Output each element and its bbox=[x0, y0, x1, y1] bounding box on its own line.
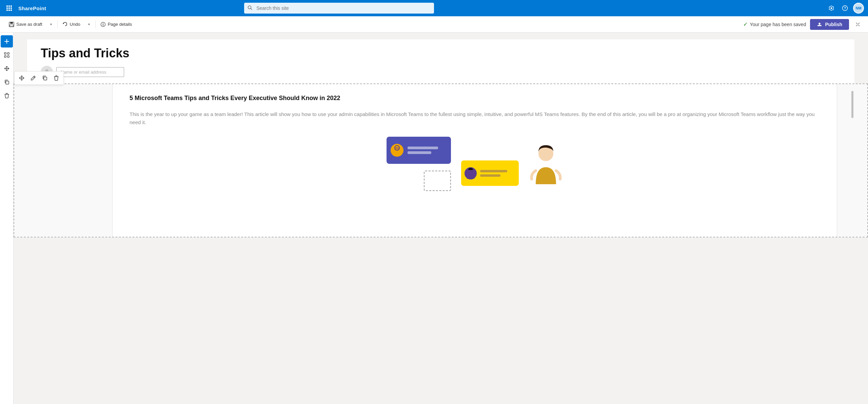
author-input[interactable] bbox=[56, 67, 124, 77]
main-content: Tips and Tricks bbox=[14, 33, 868, 404]
undo-dropdown[interactable]: ▾ bbox=[84, 20, 94, 29]
svg-rect-33 bbox=[44, 77, 47, 80]
page-details-label: Page details bbox=[108, 22, 132, 27]
waffle-icon[interactable] bbox=[4, 3, 14, 13]
publish-button[interactable]: Publish bbox=[810, 19, 849, 30]
svg-rect-1 bbox=[8, 5, 10, 7]
saved-text: Your page has been saved bbox=[750, 22, 806, 27]
saved-message: ✓ Your page has been saved bbox=[743, 21, 806, 27]
svg-point-35 bbox=[395, 146, 399, 150]
person-figure bbox=[529, 143, 563, 189]
card-yellow-line-2 bbox=[480, 174, 500, 177]
top-navigation: SharePoint ? NM bbox=[0, 0, 868, 16]
svg-rect-6 bbox=[6, 9, 8, 11]
card-yellow-lines bbox=[480, 170, 507, 177]
left-sidebar bbox=[0, 33, 14, 404]
article-body: This is the year to up your game as a te… bbox=[130, 110, 820, 127]
svg-rect-8 bbox=[11, 9, 12, 11]
save-draft-label: Save as draft bbox=[16, 22, 42, 27]
move-sidebar-button[interactable] bbox=[1, 62, 13, 75]
svg-rect-4 bbox=[8, 7, 10, 9]
svg-rect-19 bbox=[817, 25, 822, 26]
undo-group: Undo ▾ bbox=[59, 20, 94, 29]
card-purple bbox=[387, 137, 451, 164]
svg-rect-7 bbox=[8, 9, 10, 11]
card-yellow bbox=[461, 160, 519, 186]
author-row bbox=[41, 66, 841, 78]
edit-sidebar-button[interactable] bbox=[1, 49, 13, 61]
user-avatar[interactable]: NM bbox=[853, 3, 864, 14]
svg-rect-15 bbox=[10, 25, 13, 26]
card-avatar-yellow bbox=[465, 167, 477, 179]
add-webpart-button[interactable] bbox=[1, 35, 13, 47]
svg-rect-24 bbox=[4, 56, 6, 57]
nav-right-actions: ? NM bbox=[826, 3, 864, 14]
svg-line-32 bbox=[34, 77, 35, 78]
svg-line-10 bbox=[251, 8, 252, 10]
webpart-toolbar bbox=[14, 71, 64, 85]
page-details-button[interactable]: Page details bbox=[97, 20, 136, 29]
save-draft-group: Save as draft ▾ bbox=[5, 20, 56, 29]
search-input[interactable] bbox=[244, 3, 434, 14]
delete-sidebar-button[interactable] bbox=[1, 90, 13, 102]
toolbar-divider-2 bbox=[95, 20, 96, 28]
card-line-1 bbox=[408, 147, 438, 149]
svg-point-18 bbox=[103, 23, 103, 23]
svg-rect-28 bbox=[6, 81, 9, 84]
svg-rect-23 bbox=[7, 53, 9, 54]
svg-rect-14 bbox=[10, 22, 13, 24]
save-draft-dropdown[interactable]: ▾ bbox=[46, 20, 56, 29]
undo-button[interactable]: Undo bbox=[59, 20, 84, 29]
article-illustration bbox=[130, 137, 820, 191]
toolbar-right: ✓ Your page has been saved Publish bbox=[743, 19, 863, 30]
webpart-move-button[interactable] bbox=[17, 73, 27, 83]
webpart-container: 5 Microsoft Teams Tips and Tricks Every … bbox=[14, 83, 868, 237]
help-icon[interactable]: ? bbox=[840, 3, 850, 14]
toolbar-divider-1 bbox=[57, 20, 58, 28]
card-line-2 bbox=[408, 151, 431, 154]
svg-rect-2 bbox=[11, 5, 12, 7]
card-yellow-line-1 bbox=[480, 170, 507, 172]
collapse-button[interactable] bbox=[853, 20, 863, 29]
search-icon bbox=[248, 5, 252, 11]
svg-rect-3 bbox=[6, 7, 8, 9]
svg-rect-25 bbox=[7, 56, 9, 57]
webpart-copy-button[interactable] bbox=[40, 73, 50, 83]
svg-rect-22 bbox=[4, 53, 6, 54]
svg-rect-5 bbox=[11, 7, 12, 9]
card-avatar-purple bbox=[391, 144, 403, 157]
copy-sidebar-button[interactable] bbox=[1, 76, 13, 88]
settings-icon[interactable] bbox=[826, 3, 837, 14]
content-main-column: 5 Microsoft Teams Tips and Tricks Every … bbox=[113, 84, 837, 237]
article-title: 5 Microsoft Teams Tips and Tricks Every … bbox=[130, 94, 820, 102]
svg-rect-0 bbox=[6, 5, 8, 7]
page-toolbar: Save as draft ▾ Undo ▾ Page details ✓ Yo… bbox=[0, 16, 868, 33]
content-area: 5 Microsoft Teams Tips and Tricks Every … bbox=[14, 84, 867, 237]
search-container bbox=[244, 3, 434, 14]
card-lines bbox=[408, 147, 438, 154]
content-right-column bbox=[837, 84, 867, 237]
dashed-box bbox=[424, 171, 451, 191]
check-icon: ✓ bbox=[743, 21, 748, 27]
page-title[interactable]: Tips and Tricks bbox=[41, 46, 841, 60]
webpart-edit-button[interactable] bbox=[28, 73, 38, 83]
page-header: Tips and Tricks bbox=[27, 39, 854, 83]
scrollbar-thumb[interactable] bbox=[851, 91, 853, 118]
content-left-column bbox=[14, 84, 113, 237]
save-draft-button[interactable]: Save as draft bbox=[5, 20, 46, 29]
svg-text:?: ? bbox=[844, 6, 846, 10]
webpart-delete-button[interactable] bbox=[51, 73, 61, 83]
app-logo: SharePoint bbox=[18, 5, 46, 11]
publish-label: Publish bbox=[825, 22, 842, 27]
undo-label: Undo bbox=[70, 22, 80, 27]
